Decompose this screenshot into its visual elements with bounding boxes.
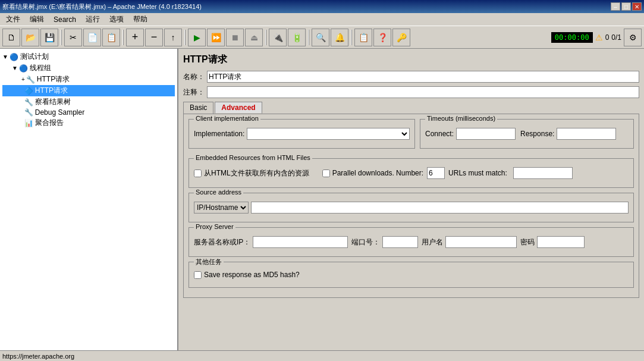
embedded-checkbox1[interactable]	[194, 169, 202, 177]
shutdown-button[interactable]: ⏏	[245, 29, 263, 46]
tree-item-debug[interactable]: 🔧 Debug Sampler	[2, 108, 175, 117]
source-group: Source address IP/Hostname IP Hostname	[189, 193, 634, 222]
settings-button[interactable]: ⚙	[624, 29, 642, 46]
clear-btn[interactable]: 🔔	[331, 29, 348, 46]
proxy-server-label: 服务器名称或IP：	[194, 237, 250, 247]
minimize-button[interactable]: –	[611, 2, 620, 11]
tree-item-http2[interactable]: 🔷 HTTP请求	[2, 85, 175, 96]
source-type-select[interactable]: IP/Hostname IP Hostname	[194, 202, 249, 214]
parallel-checkbox-text: Parallel downloads. Number:	[332, 169, 423, 177]
remove-button[interactable]: −	[145, 29, 163, 46]
menu-run[interactable]: 运行	[81, 13, 105, 26]
remote-start-button[interactable]: 🔌	[269, 29, 287, 46]
proxy-server-input[interactable]	[253, 236, 348, 248]
embedded-checkbox1-label[interactable]: 从HTML文件获取所有内含的资源	[194, 168, 309, 178]
proxy-pass-input[interactable]	[537, 236, 585, 248]
title-bar: 察看结果树.jmx (E:\察看结果树.jmx) – Apache JMeter…	[0, 0, 644, 13]
embedded-group: Embedded Resources from HTML Files 从HTML…	[189, 158, 634, 188]
tree-panel: ▼ 🔵 测试计划 ▼ 🔵 线程组 + 🔧 HTTP请求 🔷 HTTP请求 🔧	[0, 49, 178, 361]
timeouts-row: Connect: Response:	[425, 128, 629, 140]
expand-icon[interactable]: ▼	[12, 65, 18, 71]
add-button[interactable]: +	[126, 29, 144, 46]
remote-stop-button[interactable]: 🔋	[288, 29, 306, 46]
tabs-row: Basic Advanced	[183, 102, 639, 114]
copy-button[interactable]: 📄	[83, 29, 101, 46]
impl-label: Implementation:	[194, 130, 244, 138]
urls-must-match-label: URLs must match:	[448, 169, 507, 177]
stop-button[interactable]: ⏹	[226, 29, 244, 46]
tree-item-view-results[interactable]: 🔧 察看结果树	[2, 96, 175, 108]
parallel-checkbox-label[interactable]: Parallel downloads. Number:	[322, 169, 423, 177]
new-button[interactable]: 🗋	[2, 29, 20, 46]
menu-edit[interactable]: 编辑	[25, 13, 49, 26]
urls-match-input[interactable]	[513, 167, 573, 179]
tree-label: 测试计划	[20, 52, 49, 62]
tree-label: 察看结果树	[35, 97, 71, 107]
menu-file[interactable]: 文件	[1, 13, 25, 26]
menu-options[interactable]: 选项	[105, 13, 128, 26]
connect-input[interactable]	[456, 128, 516, 140]
timeouts-group: Timeouts (milliseconds) Connect: Respons…	[420, 119, 634, 149]
md5-checkbox[interactable]	[194, 271, 202, 279]
close-button[interactable]: ✕	[632, 2, 642, 11]
tree-label: Debug Sampler	[35, 108, 84, 117]
comment-input[interactable]	[207, 86, 639, 98]
impl-row: Implementation: HttpClient3.1 HttpClient…	[194, 128, 410, 140]
proxy-pass-label: 密码	[520, 237, 535, 247]
proxy-port-input[interactable]	[382, 236, 418, 248]
search-btn[interactable]: 🔍	[312, 29, 329, 46]
move-up-button[interactable]: ↑	[164, 29, 182, 46]
tree-item-http1[interactable]: + 🔧 HTTP请求	[2, 74, 175, 85]
help-btn[interactable]: ❓	[373, 29, 391, 46]
tree-item-thread-group[interactable]: ▼ 🔵 线程组	[2, 62, 175, 74]
embedded-checkbox1-text: 从HTML文件获取所有内含的资源	[204, 168, 309, 178]
paste-button[interactable]: 📋	[102, 29, 120, 46]
start-no-pause-button[interactable]: ⏩	[207, 29, 225, 46]
parallel-checkbox[interactable]	[322, 169, 330, 177]
md5-checkbox-text: Save response as MD5 hash?	[204, 271, 300, 279]
menu-help[interactable]: 帮助	[128, 13, 152, 26]
proxy-user-input[interactable]	[445, 236, 517, 248]
aggregate-icon: 📊	[24, 119, 33, 127]
comment-label: 注释：	[183, 87, 205, 98]
start-button[interactable]: ▶	[188, 29, 206, 46]
proxy-row: 服务器名称或IP： 端口号： 用户名 密码	[194, 236, 629, 248]
tab-advanced[interactable]: Advanced	[215, 102, 262, 114]
http2-icon: 🔷	[24, 87, 33, 95]
md5-checkbox-label[interactable]: Save response as MD5 hash?	[194, 271, 300, 279]
other-group: 其他任务 Save response as MD5 hash?	[189, 262, 634, 288]
open-button[interactable]: 📂	[21, 29, 39, 46]
cut-button[interactable]: ✂	[64, 29, 82, 46]
save-button[interactable]: 💾	[40, 29, 58, 46]
source-address-input[interactable]	[251, 202, 629, 214]
sep5	[308, 30, 309, 45]
list-btn[interactable]: 📋	[354, 29, 372, 46]
http-icon: 🔧	[26, 76, 35, 84]
tab-basic[interactable]: Basic	[183, 102, 213, 114]
maximize-button[interactable]: □	[621, 2, 631, 11]
toolbar: 🗋 📂 💾 ✂ 📄 📋 + − ↑ ▶ ⏩ ⏹ ⏏ 🔌 🔋 🔍 🔔 📋 ❓ 🔑 …	[0, 26, 644, 49]
view-results-icon: 🔧	[24, 98, 33, 106]
tree-item-aggregate[interactable]: 📊 聚合报告	[2, 117, 175, 128]
client-impl-title: Client implementation	[194, 115, 260, 122]
parallel-num-input[interactable]	[427, 167, 445, 179]
tree-label: 聚合报告	[35, 118, 64, 128]
tree-label: HTTP请求	[37, 74, 70, 84]
source-row: IP/Hostname IP Hostname	[194, 202, 629, 214]
menu-search[interactable]: Search	[49, 14, 81, 25]
expand-icon[interactable]: ▼	[2, 54, 8, 60]
comment-row: 注释：	[183, 86, 639, 98]
tree-item-test-plan[interactable]: ▼ 🔵 测试计划	[2, 51, 175, 62]
response-label: Response:	[520, 130, 554, 138]
impl-select[interactable]: HttpClient3.1 HttpClient4 Java	[247, 128, 410, 140]
status-bar: https://jmeter.apache.org	[0, 350, 644, 361]
tree-label: 线程组	[30, 63, 51, 73]
connect-label: Connect:	[425, 130, 454, 138]
proxy-group: Proxy Server 服务器名称或IP： 端口号： 用户名 密码	[189, 227, 634, 257]
api-btn[interactable]: 🔑	[392, 29, 410, 46]
expand-icon[interactable]: +	[21, 76, 25, 83]
name-input[interactable]	[207, 71, 639, 83]
response-input[interactable]	[557, 128, 616, 140]
proxy-user-label: 用户名	[422, 237, 443, 247]
sep6	[351, 30, 352, 45]
